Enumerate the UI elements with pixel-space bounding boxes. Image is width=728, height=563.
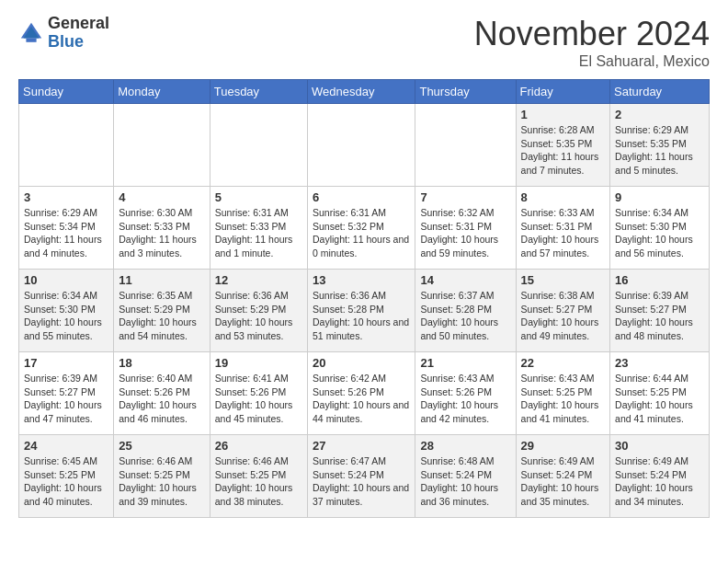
calendar-cell: 26Sunrise: 6:46 AM Sunset: 5:25 PM Dayli… (210, 435, 307, 518)
logo: General Blue (18, 15, 109, 52)
day-info: Sunrise: 6:31 AM Sunset: 5:33 PM Dayligh… (215, 206, 302, 260)
calendar-cell: 24Sunrise: 6:45 AM Sunset: 5:25 PM Dayli… (19, 435, 114, 518)
day-number: 22 (521, 356, 606, 370)
day-number: 11 (119, 273, 204, 287)
logo-text: General Blue (48, 15, 109, 52)
day-info: Sunrise: 6:34 AM Sunset: 5:30 PM Dayligh… (615, 206, 704, 260)
col-monday: Monday (114, 80, 210, 104)
day-info: Sunrise: 6:35 AM Sunset: 5:29 PM Dayligh… (119, 289, 204, 343)
day-number: 28 (420, 439, 510, 453)
day-info: Sunrise: 6:30 AM Sunset: 5:33 PM Dayligh… (119, 206, 204, 260)
day-number: 30 (615, 439, 704, 453)
logo-general-text: General (48, 15, 109, 33)
day-number: 27 (313, 439, 410, 453)
day-info: Sunrise: 6:49 AM Sunset: 5:24 PM Dayligh… (615, 454, 704, 509)
calendar-cell: 6Sunrise: 6:31 AM Sunset: 5:32 PM Daylig… (308, 187, 415, 270)
calendar-cell: 20Sunrise: 6:42 AM Sunset: 5:26 PM Dayli… (308, 352, 415, 435)
calendar-cell: 16Sunrise: 6:39 AM Sunset: 5:27 PM Dayli… (610, 270, 710, 352)
day-info: Sunrise: 6:34 AM Sunset: 5:30 PM Dayligh… (24, 289, 108, 343)
day-info: Sunrise: 6:33 AM Sunset: 5:31 PM Dayligh… (521, 206, 606, 260)
calendar-cell: 25Sunrise: 6:46 AM Sunset: 5:25 PM Dayli… (114, 435, 210, 518)
calendar-cell: 10Sunrise: 6:34 AM Sunset: 5:30 PM Dayli… (19, 270, 114, 352)
title-block: November 2024 El Sahuaral, Mexico (474, 15, 710, 70)
calendar-cell: 30Sunrise: 6:49 AM Sunset: 5:24 PM Dayli… (610, 435, 710, 518)
day-number: 15 (521, 273, 606, 287)
calendar-cell: 17Sunrise: 6:39 AM Sunset: 5:27 PM Dayli… (19, 352, 114, 435)
calendar-cell: 5Sunrise: 6:31 AM Sunset: 5:33 PM Daylig… (210, 187, 307, 270)
calendar-cell: 8Sunrise: 6:33 AM Sunset: 5:31 PM Daylig… (516, 187, 610, 270)
calendar-cell (415, 104, 516, 187)
day-number: 4 (119, 190, 204, 204)
day-number: 5 (215, 190, 302, 204)
day-number: 16 (615, 273, 704, 287)
calendar-cell: 27Sunrise: 6:47 AM Sunset: 5:24 PM Dayli… (308, 435, 415, 518)
calendar-table: Sunday Monday Tuesday Wednesday Thursday… (18, 79, 710, 518)
col-thursday: Thursday (415, 80, 516, 104)
day-number: 9 (615, 190, 704, 204)
day-info: Sunrise: 6:29 AM Sunset: 5:35 PM Dayligh… (615, 123, 704, 178)
day-info: Sunrise: 6:46 AM Sunset: 5:25 PM Dayligh… (215, 454, 302, 509)
logo-icon (18, 20, 44, 46)
day-number: 21 (420, 356, 510, 370)
day-number: 8 (521, 190, 606, 204)
day-number: 10 (24, 273, 108, 287)
calendar-cell: 2Sunrise: 6:29 AM Sunset: 5:35 PM Daylig… (610, 104, 710, 187)
calendar-week-2: 3Sunrise: 6:29 AM Sunset: 5:34 PM Daylig… (19, 187, 710, 270)
day-info: Sunrise: 6:37 AM Sunset: 5:28 PM Dayligh… (420, 289, 510, 343)
day-number: 18 (119, 356, 204, 370)
day-info: Sunrise: 6:36 AM Sunset: 5:28 PM Dayligh… (313, 289, 410, 343)
col-sunday: Sunday (19, 80, 114, 104)
day-number: 29 (521, 439, 606, 453)
calendar-cell (210, 104, 307, 187)
calendar-week-1: 1Sunrise: 6:28 AM Sunset: 5:35 PM Daylig… (19, 104, 710, 187)
calendar-cell: 18Sunrise: 6:40 AM Sunset: 5:26 PM Dayli… (114, 352, 210, 435)
day-info: Sunrise: 6:44 AM Sunset: 5:25 PM Dayligh… (615, 372, 704, 426)
month-title: November 2024 (474, 15, 710, 53)
day-number: 20 (313, 356, 410, 370)
day-info: Sunrise: 6:32 AM Sunset: 5:31 PM Dayligh… (420, 206, 510, 260)
col-friday: Friday (516, 80, 610, 104)
day-number: 17 (24, 356, 108, 370)
calendar-cell: 14Sunrise: 6:37 AM Sunset: 5:28 PM Dayli… (415, 270, 516, 352)
page: General Blue November 2024 El Sahuaral, … (0, 0, 728, 533)
col-tuesday: Tuesday (210, 80, 307, 104)
day-number: 12 (215, 273, 302, 287)
col-wednesday: Wednesday (308, 80, 415, 104)
day-info: Sunrise: 6:36 AM Sunset: 5:29 PM Dayligh… (215, 289, 302, 343)
day-number: 19 (215, 356, 302, 370)
day-info: Sunrise: 6:31 AM Sunset: 5:32 PM Dayligh… (313, 206, 410, 260)
calendar-cell: 9Sunrise: 6:34 AM Sunset: 5:30 PM Daylig… (610, 187, 710, 270)
calendar-cell: 15Sunrise: 6:38 AM Sunset: 5:27 PM Dayli… (516, 270, 610, 352)
calendar-cell: 19Sunrise: 6:41 AM Sunset: 5:26 PM Dayli… (210, 352, 307, 435)
day-number: 24 (24, 439, 108, 453)
day-info: Sunrise: 6:48 AM Sunset: 5:24 PM Dayligh… (420, 454, 510, 509)
calendar-cell (19, 104, 114, 187)
calendar-week-4: 17Sunrise: 6:39 AM Sunset: 5:27 PM Dayli… (19, 352, 710, 435)
day-number: 7 (420, 190, 510, 204)
calendar-cell (114, 104, 210, 187)
day-info: Sunrise: 6:41 AM Sunset: 5:26 PM Dayligh… (215, 372, 302, 426)
day-info: Sunrise: 6:29 AM Sunset: 5:34 PM Dayligh… (24, 206, 108, 260)
header: General Blue November 2024 El Sahuaral, … (18, 15, 710, 70)
calendar-cell: 13Sunrise: 6:36 AM Sunset: 5:28 PM Dayli… (308, 270, 415, 352)
calendar-body: 1Sunrise: 6:28 AM Sunset: 5:35 PM Daylig… (19, 104, 710, 518)
day-info: Sunrise: 6:39 AM Sunset: 5:27 PM Dayligh… (615, 289, 704, 343)
logo-blue-text: Blue (48, 33, 109, 52)
day-number: 3 (24, 190, 108, 204)
day-number: 23 (615, 356, 704, 370)
calendar-cell: 4Sunrise: 6:30 AM Sunset: 5:33 PM Daylig… (114, 187, 210, 270)
header-row: Sunday Monday Tuesday Wednesday Thursday… (19, 80, 710, 104)
day-number: 6 (313, 190, 410, 204)
day-info: Sunrise: 6:28 AM Sunset: 5:35 PM Dayligh… (521, 123, 606, 178)
day-info: Sunrise: 6:49 AM Sunset: 5:24 PM Dayligh… (521, 454, 606, 509)
day-info: Sunrise: 6:38 AM Sunset: 5:27 PM Dayligh… (521, 289, 606, 343)
calendar-cell: 28Sunrise: 6:48 AM Sunset: 5:24 PM Dayli… (415, 435, 516, 518)
location: El Sahuaral, Mexico (474, 53, 710, 70)
calendar-cell (308, 104, 415, 187)
calendar-cell: 7Sunrise: 6:32 AM Sunset: 5:31 PM Daylig… (415, 187, 516, 270)
calendar-cell: 22Sunrise: 6:43 AM Sunset: 5:25 PM Dayli… (516, 352, 610, 435)
day-info: Sunrise: 6:47 AM Sunset: 5:24 PM Dayligh… (313, 454, 410, 509)
calendar-header: Sunday Monday Tuesday Wednesday Thursday… (19, 80, 710, 104)
day-number: 1 (521, 108, 606, 121)
calendar-week-5: 24Sunrise: 6:45 AM Sunset: 5:25 PM Dayli… (19, 435, 710, 518)
